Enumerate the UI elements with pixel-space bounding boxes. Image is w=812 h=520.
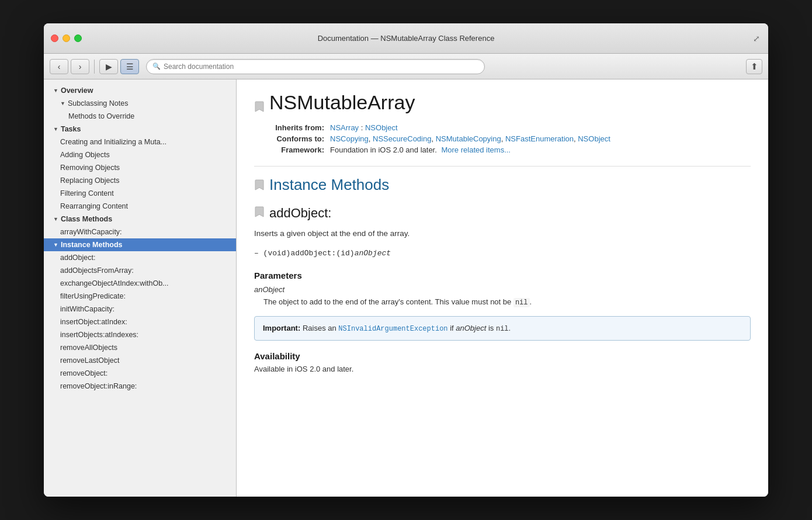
sidebar-item-label: addObject: (60, 254, 95, 262)
sidebar-item-label: Overview (61, 86, 93, 95)
inherits-label: Inherits from: (254, 123, 324, 132)
sidebar-item-label: addObjectsFromArray: (60, 266, 134, 275)
nsobject-conforms-link[interactable]: NSObject (578, 134, 610, 143)
search-icon: 🔍 (152, 63, 161, 70)
sidebar-item-methods-to-override[interactable]: Methods to Override (44, 110, 236, 123)
param-name: anObject (254, 285, 751, 294)
nil-code-2: nil (496, 325, 509, 333)
toolbar: ‹ › ▶ ☰ 🔍 ⬆ (44, 54, 768, 79)
share-button[interactable]: ⬆ (746, 59, 762, 74)
sidebar-item-subclassing-notes[interactable]: ▼ Subclassing Notes (44, 97, 236, 110)
nil-code-1: nil (513, 298, 530, 307)
sidebar-item-label: Creating and Initializing a Muta... (60, 138, 166, 146)
sidebar-item-add-object[interactable]: addObject: (44, 251, 236, 264)
method-description: Inserts a given object at the end of the… (254, 228, 751, 240)
sidebar-item-replacing-objects[interactable]: Replacing Objects (44, 174, 236, 187)
nsobject-link[interactable]: NSObject (365, 123, 398, 132)
sidebar-item-label: Subclassing Notes (68, 99, 129, 108)
forward-button[interactable]: › (71, 59, 89, 74)
nsmutablecopying-link[interactable]: NSMutableCopying (436, 134, 501, 143)
close-button[interactable] (51, 34, 58, 42)
section-title: Instance Methods (269, 176, 389, 194)
sidebar-item-label: initWithCapacity: (60, 305, 114, 313)
run-button[interactable]: ▶ (99, 59, 118, 74)
sidebar-item-remove-all-objects[interactable]: removeAllObjects (44, 341, 236, 354)
sidebar-item-label: removeAllObjects (60, 344, 117, 352)
class-name: NSMutableArray (269, 91, 415, 114)
sidebar-item-class-methods[interactable]: ▼ Class Methods (44, 213, 236, 226)
important-box: Important: Raises an NSInvalidArgumentEx… (254, 316, 751, 341)
conforms-value: NSCopying, NSSecureCoding, NSMutableCopy… (330, 134, 610, 143)
sidebar-item-remove-object[interactable]: removeObject: (44, 367, 236, 380)
sidebar-item-instance-methods[interactable]: ▼ Instance Methods (44, 238, 236, 251)
sidebar-item-filter-using-predicate[interactable]: filterUsingPredicate: (44, 290, 236, 303)
meta-table: Inherits from: NSArray : NSObject Confor… (254, 123, 751, 154)
section-bookmark-icon (254, 178, 265, 190)
conforms-label: Conforms to: (254, 134, 324, 143)
framework-label: Framework: (254, 145, 324, 154)
sidebar-item-label: Adding Objects (60, 151, 110, 159)
nssecurecoding-link[interactable]: NSSecureCoding (373, 134, 431, 143)
sidebar-item-label: insertObject:atIndex: (60, 318, 127, 326)
sidebar-item-add-objects-from-array[interactable]: addObjectsFromArray: (44, 264, 236, 277)
search-input[interactable] (164, 63, 478, 71)
sidebar-item-insert-objects-at-indexes[interactable]: insertObjects:atIndexes: (44, 328, 236, 341)
separator-1 (254, 166, 751, 167)
nsfastenumeration-link[interactable]: NSFastEnumeration (505, 134, 574, 143)
sidebar-item-array-with-capacity[interactable]: arrayWithCapacity: (44, 226, 236, 238)
sidebar-item-label: filterUsingPredicate: (60, 292, 126, 300)
sidebar-item-label: Removing Objects (60, 164, 120, 172)
sidebar-item-label: removeLastObject (60, 356, 119, 365)
sidebar-item-label: removeObject: (60, 369, 107, 377)
sidebar-item-init-with-capacity[interactable]: initWithCapacity: (44, 303, 236, 316)
sidebar-item-label: insertObjects:atIndexes: (60, 331, 138, 339)
nsarray-link[interactable]: NSArray (330, 123, 359, 132)
expand-button[interactable]: ⤢ (752, 34, 761, 43)
param-description: The object to add to the end of the arra… (263, 296, 751, 308)
sidebar-item-label: Rearranging Content (60, 202, 128, 210)
nsinvalidargumentexception-link[interactable]: NSInvalidArgumentException (338, 325, 447, 333)
sidebar-item-label: Tasks (61, 125, 81, 133)
sidebar-item-remove-object-in-range[interactable]: removeObject:inRange: (44, 380, 236, 393)
conforms-row: Conforms to: NSCopying, NSSecureCoding, … (254, 134, 751, 143)
traffic-lights (51, 34, 82, 42)
triangle-icon: ▼ (53, 88, 58, 93)
sidebar-item-filtering-content[interactable]: Filtering Content (44, 187, 236, 200)
sidebar-item-rearranging-content[interactable]: Rearranging Content (44, 200, 236, 213)
sidebar-item-creating[interactable]: Creating and Initializing a Muta... (44, 136, 236, 148)
sidebar-item-label: Instance Methods (61, 241, 123, 249)
parameters-title: Parameters (254, 271, 751, 280)
sidebar-item-tasks[interactable]: ▼ Tasks (44, 123, 236, 136)
sidebar-item-label: Methods to Override (68, 112, 134, 120)
inherits-value: NSArray : NSObject (330, 123, 398, 132)
back-button[interactable]: ‹ (50, 59, 68, 74)
nscopying-link[interactable]: NSCopying (330, 134, 369, 143)
availability-description: Available in iOS 2.0 and later. (254, 365, 751, 373)
important-label: Important: (263, 324, 300, 332)
more-related-link[interactable]: More related items... (441, 145, 511, 154)
minimize-button[interactable] (63, 34, 70, 42)
bookmark-icon (254, 95, 265, 108)
sidebar-item-label: exchangeObjectAtIndex:withOb... (60, 279, 169, 287)
availability-title: Availability (254, 351, 751, 361)
window-title: Documentation — NSMutableArray Class Ref… (318, 34, 495, 43)
method-name: addObject: (269, 206, 331, 221)
sidebar-item-exchange-object[interactable]: exchangeObjectAtIndex:withOb... (44, 277, 236, 290)
content-panel: NSMutableArray Inherits from: NSArray : … (237, 79, 768, 497)
sidebar-item-removing-objects[interactable]: Removing Objects (44, 161, 236, 174)
list-button[interactable]: ☰ (120, 59, 139, 74)
triangle-icon: ▼ (60, 100, 65, 106)
class-title-area: NSMutableArray (254, 91, 751, 114)
sidebar-item-adding-objects[interactable]: Adding Objects (44, 148, 236, 161)
section-header: Instance Methods (254, 176, 751, 194)
sidebar-item-remove-last-object[interactable]: removeLastObject (44, 354, 236, 367)
main-window: Documentation — NSMutableArray Class Ref… (44, 23, 768, 497)
sidebar-item-label: Filtering Content (60, 189, 114, 197)
sidebar-item-overview[interactable]: ▼ Overview (44, 84, 236, 97)
sidebar-item-label: removeObject:inRange: (60, 382, 137, 390)
sidebar-item-insert-object-at-index[interactable]: insertObject:atIndex: (44, 316, 236, 328)
framework-value: Foundation in iOS 2.0 and later. More re… (330, 145, 511, 154)
method-title-area: addObject: (254, 206, 751, 221)
toolbar-divider-1 (94, 60, 95, 74)
maximize-button[interactable] (74, 34, 82, 42)
